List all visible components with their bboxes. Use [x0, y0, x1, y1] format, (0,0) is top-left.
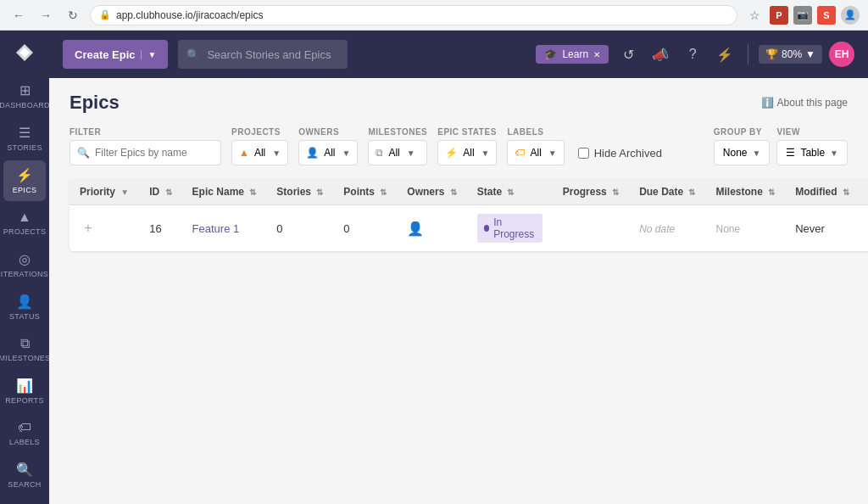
- milestones-icon: ⧉: [20, 336, 30, 351]
- filter-name-field[interactable]: [95, 147, 214, 159]
- col-id[interactable]: ID ⇅: [139, 179, 181, 205]
- cell-modified: Never: [785, 205, 860, 252]
- cell-priority: +: [70, 205, 139, 252]
- epic-states-dropdown[interactable]: ⚡ All ▼: [437, 140, 497, 165]
- labels-dropdown[interactable]: 🏷 All ▼: [507, 140, 564, 165]
- ext-icon-3[interactable]: S: [817, 6, 836, 25]
- due-date-sort-icon: ⇅: [688, 188, 695, 197]
- progress-value: 80%: [782, 48, 802, 60]
- ext-icon-2[interactable]: 📷: [793, 6, 812, 25]
- col-progress[interactable]: Progress ⇅: [553, 179, 629, 205]
- sidebar-item-label: Labels: [9, 438, 40, 446]
- col-milestone[interactable]: Milestone ⇅: [705, 179, 785, 205]
- info-icon: ℹ️: [761, 97, 774, 109]
- group-by-label: GROUP BY: [714, 127, 771, 137]
- epic-name-link[interactable]: Feature 1: [192, 222, 240, 235]
- owners-filter-group: OWNERS 👤 All ▼: [298, 127, 358, 165]
- filter-name-input[interactable]: 🔍: [70, 140, 221, 165]
- sidebar-item-projects[interactable]: ▲ Projects: [3, 203, 46, 243]
- group-by-group: GROUP BY None ▼: [714, 127, 771, 165]
- col-epic-name[interactable]: Epic Name ⇅: [182, 179, 267, 205]
- filter-search-icon: 🔍: [77, 147, 90, 159]
- cell-due-date: No date: [629, 205, 705, 252]
- sidebar-item-label: Search: [8, 480, 41, 489]
- col-stories[interactable]: Stories ⇅: [266, 179, 333, 205]
- col-points[interactable]: Points ⇅: [333, 179, 397, 205]
- app-layout: ⊞ Dashboard ☰ Stories ⚡ Epics ▲ Projects…: [0, 31, 868, 504]
- sidebar-item-label: Stories: [7, 143, 42, 152]
- create-epic-dropdown-arrow: ▼: [141, 50, 157, 59]
- star-button[interactable]: ☆: [744, 5, 765, 25]
- projects-icon: ▲: [239, 147, 249, 159]
- col-created[interactable]: Created ⇅: [860, 179, 868, 205]
- back-button[interactable]: ←: [8, 5, 29, 25]
- col-owners[interactable]: Owners ⇅: [397, 179, 466, 205]
- about-link[interactable]: ℹ️ About this page: [761, 97, 848, 109]
- epic-states-arrow-icon: ▼: [481, 148, 490, 158]
- hide-archived-checkbox[interactable]: [578, 148, 589, 159]
- labels-icon: 🏷: [515, 147, 525, 159]
- add-row-button[interactable]: +: [80, 220, 97, 237]
- sidebar-item-labels[interactable]: 🏷 Labels: [3, 413, 46, 453]
- user-avatar[interactable]: EH: [829, 42, 854, 67]
- table-body: + 16 Feature 1 0 0: [70, 205, 868, 252]
- reload-button[interactable]: ↻: [63, 5, 83, 25]
- app-logo[interactable]: [11, 39, 38, 65]
- col-priority[interactable]: Priority ▼: [70, 179, 139, 205]
- progress-badge[interactable]: 🏆 80% ▼: [759, 45, 822, 64]
- forward-button[interactable]: →: [36, 5, 56, 25]
- epic-name-sort-icon: ⇅: [249, 188, 256, 197]
- milestones-dropdown[interactable]: ⧉ All ▼: [368, 140, 427, 165]
- sidebar-item-stories[interactable]: ☰ Stories: [3, 118, 46, 159]
- sidebar-item-label: Dashboard: [0, 101, 50, 109]
- milestones-filter-group: MILESTONES ⧉ All ▼: [368, 127, 427, 165]
- help-button[interactable]: ?: [680, 42, 705, 67]
- sidebar-item-reports[interactable]: 📊 Reports: [3, 371, 46, 412]
- labels-filter-group: LABELS 🏷 All ▼: [507, 127, 564, 165]
- view-arrow-icon: ▼: [830, 148, 838, 158]
- iterations-icon: ◎: [19, 251, 31, 267]
- milestones-icon: ⧉: [376, 147, 383, 159]
- sidebar-item-epics[interactable]: ⚡ Epics: [3, 160, 46, 201]
- create-epic-label: Create Epic: [75, 48, 136, 61]
- group-by-arrow-icon: ▼: [753, 148, 761, 158]
- col-state[interactable]: State ⇅: [467, 179, 553, 205]
- filter-label: FILTER: [70, 127, 221, 137]
- trophy-icon: 🏆: [765, 48, 778, 60]
- search-icon: 🔍: [186, 48, 200, 61]
- sidebar-item-dashboard[interactable]: ⊞ Dashboard: [3, 76, 46, 116]
- projects-dropdown[interactable]: ▲ All ▼: [231, 140, 288, 165]
- group-by-dropdown[interactable]: None ▼: [714, 140, 771, 165]
- sidebar-item-label: Milestones: [0, 354, 50, 362]
- search-input[interactable]: [207, 48, 339, 61]
- view-dropdown[interactable]: ☰ Table ▼: [776, 140, 848, 165]
- history-button[interactable]: ↺: [615, 42, 641, 67]
- milestones-label: MILESTONES: [368, 127, 427, 137]
- col-modified[interactable]: Modified ⇅: [785, 179, 860, 205]
- sidebar-item-milestones[interactable]: ⧉ Milestones: [3, 329, 46, 369]
- cell-id: 16: [139, 205, 181, 252]
- sidebar-item-search[interactable]: 🔍 Search: [3, 455, 46, 496]
- page-title: Epics: [70, 92, 120, 114]
- sidebar-item-status[interactable]: 👤 Status: [3, 287, 46, 328]
- browser-bar: ← → ↻ 🔒 app.clubhouse.io/jiracoach/epics…: [0, 0, 868, 31]
- epic-states-filter-group: EPIC STATES ⚡ All ▼: [437, 127, 497, 165]
- owners-dropdown[interactable]: 👤 All ▼: [298, 140, 358, 165]
- activity-button[interactable]: ⚡: [712, 42, 737, 67]
- user-profile-icon[interactable]: 👤: [841, 6, 860, 25]
- table-row: + 16 Feature 1 0 0: [70, 205, 868, 252]
- learn-close-icon[interactable]: ✕: [593, 50, 600, 59]
- learn-button[interactable]: 🎓 Learn ✕: [536, 45, 609, 64]
- hide-archived-toggle[interactable]: Hide Archived: [575, 140, 665, 165]
- ext-icon-1[interactable]: P: [770, 6, 788, 25]
- search-bar[interactable]: 🔍: [178, 40, 348, 69]
- view-controls: GROUP BY None ▼ VIEW ☰ Table ▼: [714, 127, 848, 165]
- progress-dropdown-icon: ▼: [805, 48, 815, 60]
- labels-value: All: [530, 147, 541, 159]
- col-due-date[interactable]: Due Date ⇅: [629, 179, 705, 205]
- megaphone-button[interactable]: 📣: [648, 42, 673, 67]
- create-epic-button[interactable]: Create Epic ▼: [63, 40, 168, 69]
- address-bar[interactable]: 🔒 app.clubhouse.io/jiracoach/epics: [90, 5, 737, 25]
- sidebar-item-iterations[interactable]: ◎ Iterations: [3, 244, 46, 285]
- projects-arrow-icon: ▼: [272, 148, 281, 158]
